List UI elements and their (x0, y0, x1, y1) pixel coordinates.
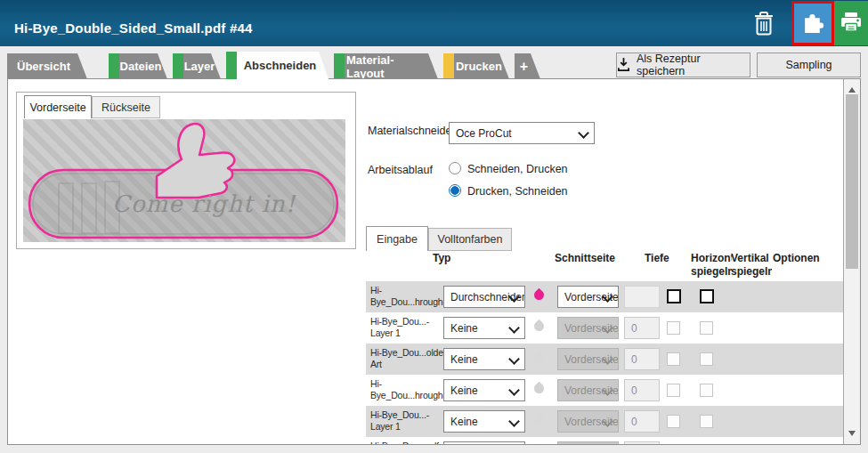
column-header-typ: Typ (433, 252, 450, 264)
tab-eingabe[interactable]: Eingabe (366, 226, 428, 251)
table-row[interactable]: Hi-Bye_Dou...-Layer 1 Keine Vorderseite (366, 312, 844, 344)
horizontal-spiegeln-checkbox (667, 352, 680, 366)
typ-dropdown[interactable]: Keine (443, 410, 525, 433)
download-icon (617, 57, 630, 74)
material-cutter-label: Materialschneider (368, 125, 456, 137)
ink-droplet-icon (532, 288, 547, 303)
preview-group: Vorderseite Rückseite Come right in! (16, 92, 356, 249)
tiefe-input (624, 348, 660, 370)
vertikal-spiegeln-checkbox (700, 352, 713, 366)
typ-dropdown[interactable]: Durchschneiden (443, 286, 525, 308)
tab-uebersicht[interactable]: Übersicht (7, 53, 87, 79)
chevron-down-icon (578, 127, 589, 139)
column-header-tiefe: Tiefe (645, 252, 669, 264)
vertikal-spiegeln-checkbox (700, 384, 713, 397)
tiefe-input (624, 379, 660, 401)
tab-layer[interactable]: Layer (173, 53, 221, 79)
save-recipe-button[interactable]: Als Rezeptur speichern (616, 53, 750, 77)
ink-droplet-icon (532, 382, 547, 396)
trash-icon (752, 10, 775, 39)
workflow-label: Arbeitsablauf (368, 164, 433, 176)
print-button[interactable] (834, 1, 868, 45)
window-title: Hi-Bye_Double_Sided_Small.pdf #44 (14, 20, 253, 36)
column-header-vertikal-spiegeln: Vertikal spiegeln (731, 252, 772, 279)
status-strip (109, 53, 119, 79)
tab-abschneiden[interactable]: Abschneiden (226, 52, 329, 79)
titlebar: Hi-Bye_Double_Sided_Small.pdf #44 (0, 0, 868, 46)
status-strip (443, 53, 454, 79)
status-strip (173, 53, 183, 79)
tiefe-input (624, 441, 660, 445)
horizontal-spiegeln-checkbox (667, 415, 680, 428)
typ-value: Keine (450, 384, 478, 397)
ink-droplet-icon (532, 413, 547, 427)
tab-dateien[interactable]: Dateien (109, 53, 167, 79)
tiefe-input (624, 410, 660, 433)
layer-name: Hi-Bye_Dou...-Layer 1 (370, 409, 445, 434)
radio-schneiden-drucken[interactable] (449, 162, 461, 174)
typ-dropdown[interactable]: Keine (443, 348, 525, 370)
radio-drucken-schneiden[interactable] (449, 184, 461, 197)
vertikal-spiegeln-checkbox (700, 321, 713, 335)
tab-label: Rückseite (101, 101, 150, 114)
typ-dropdown[interactable]: Keine (443, 379, 525, 401)
tab-label: Drucken (456, 60, 502, 73)
schnittseite-dropdown: Vorderseite (557, 379, 619, 401)
status-strip (226, 52, 237, 79)
chevron-down-icon (508, 322, 520, 334)
radio-label: Schneiden, Drucken (467, 163, 568, 175)
vertical-scrollbar[interactable] (843, 79, 860, 444)
chevron-down-icon (508, 353, 520, 365)
schnittseite-dropdown[interactable]: Vorderseite (557, 286, 619, 308)
horizontal-spiegeln-checkbox (667, 321, 680, 335)
typ-dropdown[interactable]: Keine (443, 441, 525, 445)
tab-material-layout[interactable]: Material-Layout (334, 53, 438, 79)
tab-drucken[interactable]: Drucken (443, 53, 509, 79)
thumbs-up-cut-shape (157, 124, 234, 198)
ink-droplet-icon (532, 351, 547, 365)
sampling-button[interactable]: Sampling (757, 53, 861, 77)
schnittseite-dropdown: Vorderseite (557, 317, 619, 339)
layer-name: Hi-Bye_Dou...-Layer 1 (370, 316, 445, 341)
scroll-down-arrow-icon[interactable] (848, 431, 856, 440)
table-row[interactable]: Hi-Bye_Dou...pdf Keine Vorderseite (366, 437, 844, 445)
ink-droplet-icon (532, 444, 547, 445)
delete-job-button[interactable] (748, 9, 780, 39)
puzzle-icon (801, 10, 825, 36)
vertikal-spiegeln-checkbox[interactable] (700, 289, 714, 303)
tiefe-input[interactable] (624, 286, 660, 308)
layer-name: Hi-Bye_Dou...olderArt (370, 347, 445, 372)
material-cutter-value: Oce ProCut (456, 127, 512, 140)
horizontal-spiegeln-checkbox (667, 384, 680, 397)
status-strip (334, 53, 345, 79)
scroll-up-arrow-icon[interactable] (848, 84, 856, 93)
column-header-schnittseite: Schnittseite (555, 252, 615, 264)
typ-value: Keine (450, 416, 478, 428)
material-cutter-select[interactable]: Oce ProCut (449, 122, 595, 144)
plugin-button-highlighted[interactable] (791, 1, 834, 45)
column-header-optionen: Optionen (773, 252, 820, 264)
table-row[interactable]: Hi-Bye_Dou...hroughcut Durchschneiden Vo… (366, 281, 844, 312)
printer-icon (840, 12, 863, 36)
main-tabbar: Übersicht Dateien Layer Abschneiden Mate… (7, 52, 546, 79)
table-row[interactable]: Hi-Bye_Dou...-Layer 1 Keine Vorderseite (366, 406, 844, 437)
plus-icon: + (520, 59, 528, 75)
scrollbar-thumb[interactable] (846, 94, 858, 269)
table-row[interactable]: Hi-Bye_Dou...olderArt Keine Vorderseite (366, 344, 844, 375)
cut-layers-table: Hi-Bye_Dou...hroughcut Durchschneiden Vo… (366, 281, 844, 445)
table-row[interactable]: Hi-Bye_Dou...hroughcut Keine Vorderseite (366, 375, 844, 406)
abschneiden-panel: Vorderseite Rückseite Come right in! (7, 78, 861, 445)
tab-label: Abschneiden (244, 59, 317, 72)
schnittseite-dropdown: Vorderseite (557, 348, 619, 370)
tab-label: Dateien (120, 60, 162, 73)
vertikal-spiegeln-checkbox (700, 415, 713, 428)
tab-volltonfarben[interactable]: Volltonfarben (428, 228, 512, 251)
tab-rueckseite[interactable]: Rückseite (92, 96, 160, 118)
tab-label: Layer (184, 60, 215, 73)
add-tab-button[interactable]: + (515, 53, 540, 79)
chevron-down-icon (508, 416, 520, 427)
tab-label: Eingabe (377, 233, 418, 246)
horizontal-spiegeln-checkbox[interactable] (667, 289, 681, 303)
tab-vorderseite[interactable]: Vorderseite (24, 95, 92, 118)
typ-dropdown[interactable]: Keine (443, 317, 525, 339)
